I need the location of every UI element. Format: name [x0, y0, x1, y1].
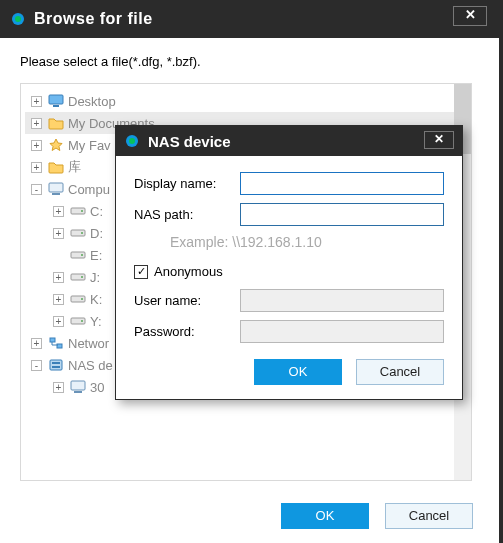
close-button[interactable]: ✕ — [453, 6, 487, 26]
password-row: Password: — [134, 320, 444, 343]
tree-item[interactable]: +Desktop — [25, 90, 467, 112]
expand-toggle[interactable]: + — [31, 118, 42, 129]
expand-toggle[interactable]: - — [31, 360, 42, 371]
expand-toggle[interactable]: + — [53, 382, 64, 393]
app-icon — [124, 133, 140, 149]
display-name-label: Display name: — [134, 176, 240, 191]
anonymous-checkbox[interactable]: ✓ — [134, 265, 148, 279]
nas-path-label: NAS path: — [134, 207, 240, 222]
tree-item-label: C: — [90, 204, 103, 219]
user-name-label: User name: — [134, 293, 240, 308]
drive-icon — [70, 248, 86, 262]
svg-rect-2 — [49, 95, 63, 104]
svg-rect-4 — [49, 183, 63, 192]
computer-icon — [70, 380, 86, 394]
ok-button[interactable]: OK — [281, 503, 369, 529]
folder-icon — [48, 116, 64, 130]
dialog-footer: OK Cancel — [281, 503, 473, 529]
svg-point-26 — [129, 138, 135, 144]
modal-titlebar: NAS device ✕ — [116, 126, 462, 156]
drive-icon — [70, 226, 86, 240]
expand-toggle[interactable]: + — [53, 316, 64, 327]
svg-point-9 — [81, 232, 83, 234]
svg-point-1 — [15, 16, 21, 22]
password-label: Password: — [134, 324, 240, 339]
modal-ok-button[interactable]: OK — [254, 359, 342, 385]
modal-body: Display name: NAS path: Example: \\192.1… — [116, 156, 462, 399]
nas-icon — [48, 358, 64, 372]
svg-point-15 — [81, 298, 83, 300]
tree-item-label: D: — [90, 226, 103, 241]
svg-rect-3 — [53, 105, 59, 107]
tree-item-label: Compu — [68, 182, 110, 197]
network-icon — [48, 336, 64, 350]
svg-rect-23 — [71, 381, 85, 390]
svg-point-13 — [81, 276, 83, 278]
app-icon — [10, 11, 26, 27]
tree-item-label: 库 — [68, 158, 81, 176]
nas-path-input[interactable] — [240, 203, 444, 226]
prompt-text: Please select a file(*.dfg, *.bzf). — [20, 54, 479, 69]
svg-rect-21 — [52, 362, 60, 364]
tree-item-label: K: — [90, 292, 102, 307]
user-name-input — [240, 289, 444, 312]
tree-item-label: Y: — [90, 314, 102, 329]
tree-item-label: E: — [90, 248, 102, 263]
svg-point-11 — [81, 254, 83, 256]
svg-point-7 — [81, 210, 83, 212]
tree-item-label: J: — [90, 270, 100, 285]
display-name-row: Display name: — [134, 172, 444, 195]
expand-toggle[interactable]: + — [31, 162, 42, 173]
nas-path-example: Example: \\192.168.1.10 — [170, 234, 444, 250]
display-name-input[interactable] — [240, 172, 444, 195]
expand-toggle[interactable]: + — [31, 96, 42, 107]
modal-title: NAS device — [148, 133, 231, 150]
desktop-icon — [48, 94, 64, 108]
folder-icon — [48, 160, 64, 174]
tree-item-label: NAS de — [68, 358, 113, 373]
svg-rect-18 — [50, 338, 55, 342]
nas-path-row: NAS path: — [134, 203, 444, 226]
modal-footer: OK Cancel — [134, 359, 444, 385]
check-icon: ✓ — [137, 266, 146, 277]
expand-toggle[interactable]: + — [53, 272, 64, 283]
modal-close-button[interactable]: ✕ — [424, 131, 454, 149]
drive-icon — [70, 270, 86, 284]
svg-rect-5 — [52, 193, 60, 195]
user-name-row: User name: — [134, 289, 444, 312]
expand-toggle[interactable]: + — [53, 228, 64, 239]
svg-rect-20 — [50, 360, 62, 370]
svg-rect-22 — [52, 366, 60, 368]
tree-item-label: Desktop — [68, 94, 116, 109]
titlebar: Browse for file ✕ — [0, 0, 499, 38]
drive-icon — [70, 292, 86, 306]
anonymous-row: ✓ Anonymous — [134, 264, 444, 279]
drive-icon — [70, 204, 86, 218]
svg-point-17 — [81, 320, 83, 322]
expand-toggle[interactable]: + — [53, 206, 64, 217]
drive-icon — [70, 314, 86, 328]
window-title: Browse for file — [34, 10, 153, 28]
computer-icon — [48, 182, 64, 196]
expand-toggle[interactable]: - — [31, 184, 42, 195]
tree-item-label: My Fav — [68, 138, 111, 153]
nas-device-dialog: NAS device ✕ Display name: NAS path: Exa… — [115, 125, 463, 400]
expand-toggle[interactable]: + — [31, 338, 42, 349]
svg-rect-24 — [74, 391, 82, 393]
star-icon — [48, 138, 64, 152]
tree-item-label: Networ — [68, 336, 109, 351]
expand-toggle[interactable]: + — [31, 140, 42, 151]
tree-item-label: 30 — [90, 380, 104, 395]
expand-toggle[interactable]: + — [53, 294, 64, 305]
password-input — [240, 320, 444, 343]
modal-cancel-button[interactable]: Cancel — [356, 359, 444, 385]
anonymous-label: Anonymous — [154, 264, 223, 279]
cancel-button[interactable]: Cancel — [385, 503, 473, 529]
